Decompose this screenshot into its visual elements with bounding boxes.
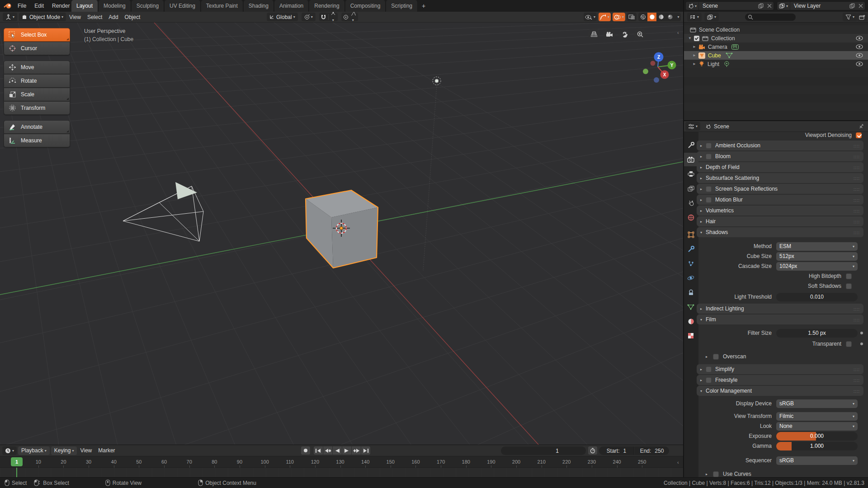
viewport-denoising-checkbox[interactable] bbox=[856, 132, 862, 138]
tool-annotate[interactable]: Annotate bbox=[4, 120, 70, 134]
sidebar-collapse-arrow[interactable]: ‹ bbox=[677, 30, 679, 35]
tab-tool[interactable] bbox=[683, 138, 698, 152]
visibility-eye-icon[interactable] bbox=[856, 44, 863, 49]
menu-view[interactable]: View bbox=[66, 14, 84, 20]
prev-keyframe-button[interactable] bbox=[323, 446, 332, 455]
drag-handle[interactable] bbox=[854, 153, 860, 160]
tool-cursor[interactable]: Cursor bbox=[4, 42, 70, 55]
soft-shadows-checkbox[interactable] bbox=[846, 283, 852, 289]
editor-divider[interactable] bbox=[683, 120, 868, 121]
use-curves-checkbox[interactable] bbox=[713, 471, 719, 477]
overscan-subpanel[interactable]: Overscan bbox=[683, 352, 868, 361]
look-dropdown[interactable]: None bbox=[776, 422, 858, 431]
current-frame-marker[interactable]: 1 bbox=[11, 457, 23, 466]
editor-type-button[interactable] bbox=[3, 13, 17, 21]
drag-handle[interactable] bbox=[854, 175, 860, 181]
display-device-dropdown[interactable]: sRGB bbox=[776, 399, 858, 408]
visibility-eye-icon[interactable] bbox=[856, 53, 863, 58]
jump-to-start-button[interactable] bbox=[314, 446, 323, 455]
play-reverse-button[interactable] bbox=[333, 446, 342, 455]
expand-arrow-icon[interactable]: ▼ bbox=[688, 36, 692, 40]
tool-scale[interactable]: Scale bbox=[4, 88, 70, 101]
timeline-ruler[interactable]: 1020304050607080901001101201301401501601… bbox=[0, 456, 683, 468]
viewport-3d[interactable]: User Perspective (1) Collection | Cube S… bbox=[0, 23, 683, 445]
drag-handle[interactable] bbox=[854, 377, 860, 383]
outliner-filter-id-button[interactable] bbox=[704, 13, 719, 21]
jump-to-end-button[interactable] bbox=[361, 446, 370, 455]
tab-world[interactable] bbox=[683, 211, 698, 224]
animate-dot[interactable] bbox=[860, 332, 863, 334]
panel-subsurface-scattering[interactable]: Subsurface Scattering bbox=[697, 173, 863, 183]
properties-editor-type-button[interactable] bbox=[685, 122, 700, 131]
tab-compositing[interactable]: Compositing bbox=[345, 0, 386, 12]
tab-output[interactable] bbox=[683, 167, 698, 181]
timeline-marker-menu[interactable]: Marker bbox=[95, 447, 118, 454]
tool-measure[interactable]: Measure bbox=[4, 134, 70, 147]
panel-screen-space-reflections[interactable]: Screen Space Reflections bbox=[697, 184, 863, 194]
view-layer-browse-icon[interactable] bbox=[777, 2, 790, 10]
timeline-tracks[interactable] bbox=[0, 468, 683, 478]
outliner-row-cube[interactable]: ► Cube bbox=[683, 51, 868, 60]
transform-orientation-dropdown[interactable]: Global bbox=[267, 13, 298, 21]
drag-handle[interactable] bbox=[854, 305, 860, 312]
expand-arrow-icon[interactable]: ► bbox=[692, 45, 697, 49]
cascade-size-dropdown[interactable]: 1024px bbox=[776, 262, 858, 271]
outliner-row-collection[interactable]: ▼ Collection bbox=[683, 34, 868, 42]
menu-select[interactable]: Select bbox=[84, 14, 105, 20]
tool-move[interactable]: Move bbox=[4, 61, 70, 74]
snap-to-dropdown[interactable] bbox=[331, 11, 336, 23]
tab-layout[interactable]: Layout bbox=[71, 0, 98, 12]
drag-handle[interactable] bbox=[854, 218, 860, 225]
editor-divider[interactable] bbox=[683, 0, 684, 478]
panel-freestyle[interactable]: Freestyle bbox=[697, 375, 863, 385]
tab-scene[interactable] bbox=[683, 196, 698, 210]
gizmo-axis-x-neg[interactable] bbox=[651, 61, 656, 66]
ambient-occlusion-checkbox[interactable] bbox=[706, 143, 712, 149]
outliner-row-camera[interactable]: ► Camera bbox=[683, 42, 868, 51]
view-layer-copy-icon[interactable] bbox=[848, 3, 857, 9]
tab-scripting[interactable]: Scripting bbox=[386, 0, 418, 12]
scene-browse-icon[interactable] bbox=[686, 2, 699, 10]
view-layer-name[interactable]: View Layer bbox=[790, 3, 848, 9]
editor-divider[interactable] bbox=[0, 445, 683, 445]
drag-handle[interactable] bbox=[854, 388, 860, 394]
scene-copy-icon[interactable] bbox=[756, 3, 765, 9]
auto-keyframe-button[interactable] bbox=[301, 446, 310, 455]
drag-handle[interactable] bbox=[854, 207, 860, 214]
tab-sculpting[interactable]: Sculpting bbox=[132, 0, 164, 12]
end-frame-field[interactable]: End:250 bbox=[635, 446, 669, 455]
tab-uv-editing[interactable]: UV Editing bbox=[165, 0, 201, 12]
tab-material[interactable] bbox=[683, 314, 698, 328]
drag-handle[interactable] bbox=[854, 197, 860, 203]
drag-handle[interactable] bbox=[854, 229, 860, 235]
panel-ambient-occlusion[interactable]: Ambient Occlusion bbox=[697, 141, 863, 150]
panel-simplify[interactable]: Simplify bbox=[697, 364, 863, 374]
pin-icon[interactable] bbox=[859, 124, 863, 129]
outliner-search-input[interactable] bbox=[745, 14, 796, 21]
play-button[interactable] bbox=[342, 446, 351, 455]
menu-render[interactable]: Render bbox=[48, 0, 74, 12]
tab-modeling[interactable]: Modeling bbox=[99, 0, 131, 12]
new-collection-button[interactable] bbox=[857, 13, 867, 21]
scene-unlink-icon[interactable] bbox=[765, 4, 774, 8]
ssr-checkbox[interactable] bbox=[706, 186, 712, 192]
view-layer-remove-icon[interactable] bbox=[857, 4, 865, 8]
stopwatch-icon[interactable] bbox=[588, 446, 597, 455]
cube-size-dropdown[interactable]: 512px bbox=[776, 252, 858, 261]
drag-handle[interactable] bbox=[854, 316, 860, 323]
timeline-editor-type-button[interactable] bbox=[2, 446, 17, 455]
visibility-eye-icon[interactable] bbox=[856, 61, 863, 66]
camera-view-button[interactable] bbox=[603, 28, 615, 40]
playhead[interactable] bbox=[16, 468, 17, 478]
outliner-display-mode-button[interactable] bbox=[687, 13, 702, 21]
keying-menu[interactable]: Keying bbox=[51, 446, 77, 455]
panel-indirect-lighting[interactable]: Indirect Lighting bbox=[697, 304, 863, 314]
drag-handle[interactable] bbox=[854, 164, 860, 170]
gizmo-axis-z-neg[interactable] bbox=[654, 77, 659, 83]
transparent-checkbox[interactable] bbox=[846, 341, 852, 347]
collection-checkbox[interactable] bbox=[694, 36, 699, 41]
visibility-eye-icon[interactable] bbox=[856, 36, 863, 41]
outliner-filter-button[interactable] bbox=[843, 13, 857, 21]
tab-shading[interactable]: Shading bbox=[244, 0, 274, 12]
bloom-checkbox[interactable] bbox=[706, 154, 712, 160]
